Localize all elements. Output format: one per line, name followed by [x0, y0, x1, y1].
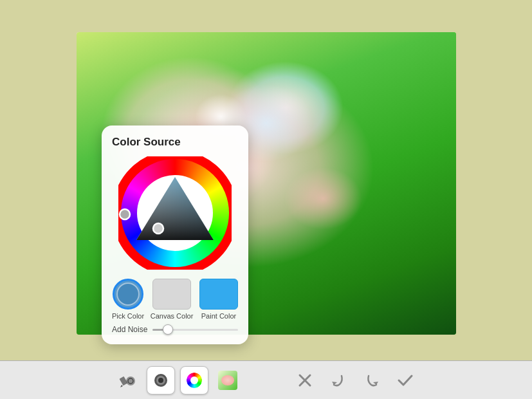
pick-color-circle[interactable]	[113, 279, 143, 310]
noise-label: Add Noise	[112, 325, 147, 334]
cancel-button[interactable]	[291, 366, 319, 394]
popup-title: Color Source	[112, 136, 238, 149]
svg-marker-5	[120, 385, 123, 387]
noise-thumb[interactable]	[163, 324, 173, 335]
brightness-handle[interactable]	[153, 223, 163, 234]
check-icon	[396, 371, 415, 390]
toolbar	[0, 360, 532, 399]
paint-color-label: Paint Color	[201, 312, 236, 320]
brush-tool-button[interactable]	[147, 366, 175, 394]
color-tool-button[interactable]	[180, 366, 208, 394]
confirm-button[interactable]	[391, 366, 419, 394]
color-wheel[interactable]	[118, 156, 232, 270]
smudge-icon	[118, 371, 137, 390]
svg-point-7	[126, 376, 135, 385]
undo-icon	[329, 371, 348, 390]
canvas-color-swatch[interactable]: Canvas Color	[151, 279, 194, 320]
x-icon	[295, 371, 315, 390]
smudge-tool-button[interactable]	[113, 366, 142, 394]
redo-icon	[362, 371, 381, 390]
paint-color-rect[interactable]	[199, 279, 238, 310]
paint-color-swatch[interactable]: Paint Color	[199, 279, 238, 320]
undo-button[interactable]	[324, 366, 353, 394]
swatches-row: Pick Color Canvas Color Paint Color	[112, 279, 238, 320]
pick-color-swatch[interactable]: Pick Color	[112, 279, 144, 320]
redo-button[interactable]	[358, 366, 386, 394]
svg-point-11	[158, 378, 163, 383]
canvas-area	[0, 0, 532, 367]
canvas-color-label: Canvas Color	[151, 312, 194, 320]
photo-thumbnail[interactable]	[218, 371, 237, 390]
photo-tool-button[interactable]	[214, 366, 242, 394]
color-wheel-icon	[185, 371, 204, 390]
hue-handle[interactable]	[120, 209, 130, 219]
canvas-color-rect[interactable]	[152, 279, 191, 310]
svg-point-14	[190, 376, 198, 384]
color-wheel-container[interactable]	[118, 156, 232, 270]
color-source-popup: Color Source	[102, 125, 248, 344]
noise-slider[interactable]	[152, 329, 238, 331]
brush-icon	[151, 371, 170, 390]
pick-color-label: Pick Color	[112, 312, 144, 320]
noise-row: Add Noise	[112, 325, 238, 334]
